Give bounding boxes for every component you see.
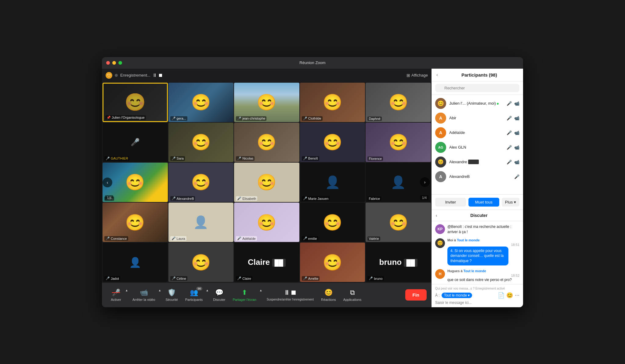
video-cell-celine[interactable]: 😊 🎤 Céline [168,243,234,282]
video-cell-arc[interactable]: 😊 ...arc 1/4 [103,163,168,202]
toolbar-recording[interactable]: ⏸⏹ Suspendre/arrêter l'enregistrement [264,286,317,304]
video-cell-daphne[interactable]: 😊 Daphné [366,83,431,122]
toolbar-activate[interactable]: 🎤 Activer ▲ [107,286,128,304]
invite-button[interactable]: Inviter [435,198,466,207]
video-cell-constance[interactable]: 😊 🎤 Constance [103,203,168,242]
recording-pause[interactable]: ⏸ [152,73,157,78]
video-cell-claire[interactable]: Claire ██ 🎤 Claire [234,243,299,282]
toolbar-share[interactable]: ⬆ Partager l'écran ▲ [230,286,262,304]
search-wrapper: 🔍 [435,84,519,92]
video-area: 🛡 Enregistrement... ⏸ ⊞ Affichage [102,69,432,307]
video-cell-julien[interactable]: 😊 📌 Julien l'Organisologue [103,83,168,122]
video-cell-emilie[interactable]: 😊 🎤 emilie [300,203,365,242]
participant-list: 😊 Julien l'... (Animateur, moi) 🎤 📹 A Ab… [432,95,523,195]
chat-avatar-me: 😊 [435,238,445,248]
chat-input-row [435,301,519,305]
video-cell-gauthier[interactable]: 🎤 🎤 GAUTHIER [103,123,168,162]
sidebar: ‹ Participants (98) 🔍 😊 Julien l'. [432,69,523,307]
participant-info-julien: Julien l'... (Animateur, moi) [449,101,504,106]
toolbar-reactions[interactable]: 😊 Réactions [318,286,339,304]
participant-info-alexandreB2: AlexandreB [449,174,511,179]
chat-input[interactable] [435,301,519,305]
video-arrow[interactable]: ▲ [158,289,161,292]
video-cell-nicolas[interactable]: 😊 🎤 Nicolas [234,123,299,162]
video-cell-alexandreB[interactable]: 😊 🎤 AlexandreB [168,163,234,202]
participant-item-adelaide[interactable]: A Adélaïde 🎤 📹 [432,125,523,140]
fullscreen-button[interactable] [118,61,122,65]
participant-item-abir[interactable]: A Abir 🎤 📹 [432,111,523,125]
chat-chevron[interactable]: ‹ [436,213,437,218]
chat-message-h: H Hugues à Tout le monde 18:52 que ce so… [435,269,519,283]
chat-file-icon[interactable]: 📄 [498,292,504,299]
toolbar-security[interactable]: 🛡️ Sécurité [162,286,181,304]
participant-item-alexgln[interactable]: AG Alex GLN 🎤 📹 [432,140,523,155]
avatar-julien: 😊 [435,98,446,109]
recording-dot [115,74,118,77]
participants-arrow[interactable]: ▲ [206,289,209,292]
video-cell-benoit[interactable]: 😊 🎤 Benoît [300,123,365,162]
video-cell-amelie[interactable]: 😊 🎤 Amélie [300,243,365,282]
video-cell-sara[interactable]: 😊 🎤 Sara [168,123,234,162]
close-button[interactable] [106,61,110,65]
video-grid: 😊 📌 Julien l'Organisologue 😊 🎤 gera... [102,82,432,283]
plus-button[interactable]: Plus ▾ [502,198,519,207]
participant-icons-alexandre: 🎤 📹 [507,160,519,164]
search-input[interactable] [435,84,519,92]
activate-arrow[interactable]: ▲ [125,289,128,292]
participant-icons-julien: 🎤 📹 [507,101,519,106]
sidebar-actions: Inviter Muet tous Plus ▾ [432,194,523,210]
chat-section: ‹ Discuter KP @Benoît : c'est ma recherc… [432,210,523,307]
participant-info-alexgln: Alex GLN [449,145,504,150]
chat-bubble-h: Hugues à Tout le monde 18:52 que ce soit… [447,269,519,283]
chat-footer: Qui peut voir vos messa...s ? Enregistre… [432,284,523,307]
recording-stop[interactable] [159,74,162,77]
participant-icons-alexandreB2: 🎤 [514,174,519,179]
mic-icon-alexandre: 🎤 [507,160,512,164]
chat-message-me: 😊 Moi à Tout le monde 18:51 4. Si on vou… [435,238,519,265]
mic-icon-alexgln: 🎤 [507,145,512,150]
minimize-button[interactable] [112,61,116,65]
video-cell-florence[interactable]: 😊 Florence [366,123,431,162]
title-bar: Réunion Zoom [102,57,523,69]
nav-prev[interactable]: ‹ [103,178,112,187]
participant-item-alexandre[interactable]: 😊 Alexandre ██ 🎤 📹 [432,155,523,169]
video-cell-clothilde[interactable]: 😊 🎤 Clothilde [300,83,365,122]
chat-emoji-icon[interactable]: 😊 [506,292,513,299]
affichage-label: Affichage [411,73,428,77]
video-cell-jean[interactable]: 😊 🎤 jean-christophe [234,83,299,122]
participant-info-adelaide: Adélaïde [449,130,504,135]
video-cell-marie[interactable]: 👤 🎤 Marie Jaouen [300,163,365,202]
video-cell-adelaide2[interactable]: 😊 🎤 Adélaïde [234,203,299,242]
toolbar-video[interactable]: 📹 Arrêter la vidéo ▲ [129,286,161,304]
participant-info-abir: Abir [449,116,504,120]
video-cell-gera[interactable]: 😊 🎤 gera... [168,83,234,122]
toolbar-participants[interactable]: 👥 98 Participants ▲ [182,286,209,304]
share-arrow[interactable]: ▲ [259,289,262,292]
video-cell-fabrice[interactable]: 👤 Fabrice › 1/4 [366,163,431,202]
chat-to-row: À : Tout le monde ▾ 📄 😊 ··· [435,292,519,299]
nav-next[interactable]: › [420,177,430,187]
chat-status: Qui peut voir vos messa...s ? Enregistre… [435,287,519,290]
participant-item-alexandreB2[interactable]: A AlexandreB 🎤 [432,169,523,184]
chat-more-icon[interactable]: ··· [515,292,519,298]
video-cell-bruno[interactable]: bruno ██ 🎤 bruno [366,243,431,282]
participants-header: ‹ Participants (98) [432,69,523,81]
end-button[interactable]: Fin [405,289,427,301]
cam-icon-julien: 📹 [514,101,519,106]
cam-icon-alexandre: 📹 [514,160,519,164]
toolbar-chat[interactable]: 💬 Discuter [210,286,228,304]
avatar-alexandre: 😊 [435,157,446,168]
video-cell-jadot[interactable]: 👤 🎤 Jadot [103,243,168,282]
chat-bubble-kp: @Benoît : c'est ma recherche actuelle : … [447,224,519,235]
mute-all-button[interactable]: Muet tous [468,198,499,207]
top-bar-right[interactable]: ⊞ Affichage [406,73,428,78]
recording-label: Enregistrement... ⏸ [120,73,162,78]
toolbar-apps[interactable]: ⧉ Applications [340,286,364,304]
chat-to-badge[interactable]: Tout le monde ▾ [442,293,472,298]
sidebar-chevron[interactable]: ‹ [436,72,438,77]
video-cell-valerie[interactable]: 😊 Valérie [366,203,431,242]
video-cell-laura[interactable]: 👤 🎤 Laura [168,203,234,242]
video-cell-elisabeth[interactable]: 😊 🎤 Elisabeth [234,163,299,202]
security-icon: 🛡 [106,72,112,79]
participant-item-julien[interactable]: 😊 Julien l'... (Animateur, moi) 🎤 📹 [432,96,523,111]
